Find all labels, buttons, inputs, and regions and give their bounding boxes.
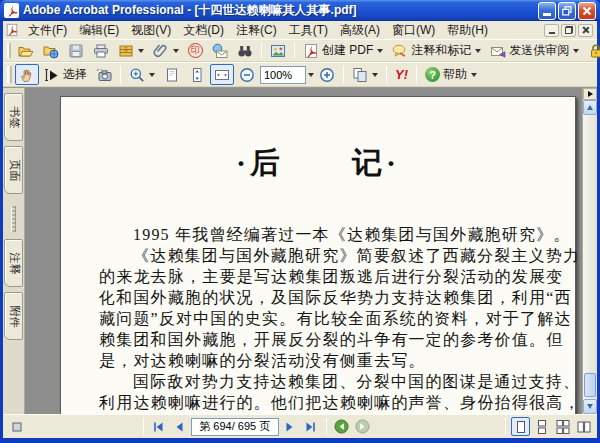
mdi-close-button[interactable]: [578, 24, 593, 37]
select-tool-label: 选择: [63, 66, 87, 83]
page-body-text: 1995 年我曾经编著过一本《达赖集团与国外藏胞研究》。《达赖集团与国外藏胞研究…: [61, 224, 575, 413]
last-page-icon: [304, 420, 318, 434]
first-page-icon: [151, 420, 165, 434]
continuous-facing-layout-button[interactable]: [553, 417, 572, 436]
pdf-page: ·后 记· 1995 年我曾经编著过一本《达赖集团与国外藏胞研究》。《达赖集团与…: [60, 96, 576, 414]
organizer-icon: [118, 43, 134, 59]
save-button[interactable]: [64, 40, 88, 61]
comment-markup-icon: [392, 43, 408, 59]
menu-item[interactable]: 文件(F): [22, 21, 73, 40]
picture-tasks-button[interactable]: [266, 40, 290, 61]
create-pdf-button[interactable]: 创建 PDF: [299, 40, 387, 61]
menu-item[interactable]: 编辑(E): [73, 21, 125, 40]
organizer-button[interactable]: [114, 40, 148, 61]
nav-tabs-top: 书签页面: [4, 93, 23, 199]
minimize-button[interactable]: [538, 2, 556, 20]
open-web-button[interactable]: [39, 40, 63, 61]
text-line: 《达赖集团与国外藏胞研究》简要叙述了西藏分裂主义势力: [99, 245, 559, 266]
close-button[interactable]: [578, 2, 596, 20]
facing-layout-button[interactable]: [574, 417, 593, 436]
nav-tab-label: 附件: [6, 305, 21, 327]
nav-tab-label: 页面: [6, 159, 21, 181]
open-button[interactable]: [14, 40, 38, 61]
acrobat-window: Adobe Acrobat Professional - [十四世达赖喇嘛其人其…: [0, 0, 600, 443]
restore-button[interactable]: [558, 2, 576, 20]
send-review-button[interactable]: 发送供审阅: [486, 40, 583, 61]
scrollbar-track[interactable]: [583, 115, 597, 399]
toolbar-grip[interactable]: [7, 66, 12, 83]
window-chrome: 文件(F)编辑(E)视图(V)文档(D)注释(C)工具(T)高级(A)窗口(W)…: [3, 21, 597, 438]
statusbar-options-button[interactable]: [7, 417, 26, 436]
page-display-button[interactable]: [348, 64, 382, 85]
printer-icon: [93, 43, 109, 59]
toolbar-grip[interactable]: [7, 43, 11, 58]
fit-width-button[interactable]: [210, 64, 234, 85]
menu-item[interactable]: 窗口(W): [386, 21, 441, 40]
hand-tool-button[interactable]: [15, 64, 39, 85]
create-pdf-label: 创建 PDF: [322, 42, 373, 59]
panel-splitter-grip[interactable]: [11, 206, 16, 232]
last-page-button[interactable]: [302, 417, 321, 436]
menu-item[interactable]: 注释(C): [230, 21, 283, 40]
select-tool-button[interactable]: 选择: [40, 64, 91, 85]
text-line: 化和国外藏胞的状况，及国际反华势力支持达赖集团，利用“西: [99, 287, 559, 308]
nav-tab[interactable]: 注释: [4, 239, 23, 287]
comment-markup-label: 注释和标记: [411, 42, 471, 59]
zoom-level-input[interactable]: [260, 66, 306, 84]
page-indicator-field[interactable]: [191, 418, 279, 436]
document-pane[interactable]: ·后 记· 1995 年我曾经编著过一本《达赖集团与国外藏胞研究》。《达赖集团与…: [25, 88, 582, 414]
first-page-button[interactable]: [149, 417, 168, 436]
page-heading: ·后 记·: [61, 143, 575, 184]
nav-tab[interactable]: 附件: [4, 292, 23, 340]
fit-page-button[interactable]: [185, 64, 209, 85]
attach-button[interactable]: [149, 40, 183, 61]
print-button[interactable]: [89, 40, 113, 61]
panel-toggle-button[interactable]: [583, 88, 597, 100]
mdi-minimize-button[interactable]: [544, 24, 559, 37]
toolbar-separator: [416, 66, 417, 83]
email-button[interactable]: [208, 40, 232, 61]
yahoo-icon: Y!: [395, 67, 408, 82]
help-button[interactable]: ? 帮助: [421, 64, 481, 85]
menu-item[interactable]: 文档(D): [177, 21, 230, 40]
toolbar-separator: [120, 66, 121, 83]
scrollbar-thumb[interactable]: [584, 373, 596, 397]
next-page-button[interactable]: [281, 417, 300, 436]
next-view-button[interactable]: [353, 417, 372, 436]
facing-icon: [577, 420, 591, 434]
nav-tab[interactable]: 页面: [4, 146, 23, 194]
toolbar-separator: [343, 66, 344, 83]
mdi-minimize-icon: [549, 32, 555, 34]
text-line: 是，对达赖喇嘛的分裂活动没有侧重去写。: [99, 350, 559, 371]
titlebar: Adobe Acrobat Professional - [十四世达赖喇嘛其人其…: [0, 0, 600, 21]
document-icon: [5, 23, 19, 37]
seal-button[interactable]: 印: [184, 40, 207, 61]
snapshot-tool-button[interactable]: [92, 64, 116, 85]
menu-item[interactable]: 帮助(H): [441, 21, 494, 40]
search-button[interactable]: [233, 40, 257, 61]
menu-item[interactable]: 高级(A): [334, 21, 386, 40]
single-page-layout-button[interactable]: [511, 417, 530, 436]
continuous-layout-button[interactable]: [532, 417, 551, 436]
previous-view-button[interactable]: [332, 417, 351, 436]
zoom-in-button[interactable]: [315, 64, 339, 85]
menu-item[interactable]: 工具(T): [283, 21, 334, 40]
zoom-out-button[interactable]: [235, 64, 259, 85]
pages-icon: [352, 67, 368, 83]
page-toolbar: 选择: [3, 62, 597, 87]
comment-markup-button[interactable]: 注释和标记: [388, 40, 485, 61]
navigation-tab-strip: 书签页面 注释附件: [3, 88, 25, 414]
scroll-down-button[interactable]: [583, 399, 597, 414]
zoom-dropdown-caret[interactable]: [308, 73, 314, 77]
actual-size-button[interactable]: [160, 64, 184, 85]
scroll-up-button[interactable]: [583, 100, 597, 115]
zoom-tool-button[interactable]: [125, 64, 159, 85]
menu-item[interactable]: 视图(V): [125, 21, 177, 40]
previous-page-button[interactable]: [170, 417, 189, 436]
security-button[interactable]: 安全: [584, 40, 600, 61]
minimize-icon: [543, 13, 551, 16]
yahoo-button[interactable]: Y!: [391, 64, 412, 85]
nav-tab[interactable]: 书签: [4, 93, 23, 141]
dropdown-caret: [173, 49, 179, 53]
mdi-restore-button[interactable]: [561, 24, 576, 37]
